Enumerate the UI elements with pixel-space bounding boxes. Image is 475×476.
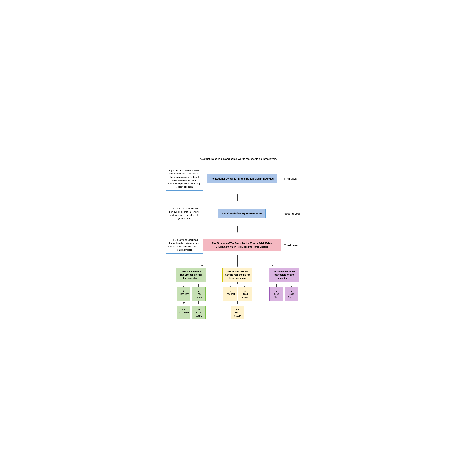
svg-marker-11 <box>237 265 238 267</box>
svg-marker-0 <box>237 194 238 196</box>
yellow-sub2: -2- Blood draws <box>238 287 252 301</box>
yellow-sub3-wrapper: -3- Blood Supply <box>230 306 244 319</box>
svg-marker-27 <box>229 286 231 287</box>
svg-marker-5 <box>237 231 238 233</box>
level2-row: It includes the central blood banks, blo… <box>166 202 309 225</box>
svg-marker-13 <box>272 265 274 267</box>
arrow-l1-l2 <box>236 194 239 202</box>
level1-center: The National Center for Blood Transfusio… <box>203 174 281 183</box>
svg-marker-9 <box>201 265 203 267</box>
svg-marker-23 <box>198 303 199 304</box>
level3-row: It includes the central blood banks, blo… <box>166 233 309 255</box>
yellow-sub-connector <box>223 282 252 287</box>
yellow-sub1: -1- Blood Test <box>223 287 237 301</box>
yellow-sub-boxes-row1: -1- Blood Test -2- Blood draws <box>223 287 252 301</box>
entities-row: Tikrit Central Blood Bank responsible fo… <box>166 268 309 319</box>
purple-sub-connector <box>269 282 298 287</box>
green-sub3: -3- Production <box>177 306 191 319</box>
level1-box: The National Center for Blood Transfusio… <box>207 174 277 183</box>
arrow-l2-l3 <box>236 225 239 233</box>
purple-sub-boxes: -1- Blood Store -2- Blood Supply <box>269 287 298 301</box>
level3-label: Third Level <box>281 243 309 247</box>
green-sub-boxes-row1: -1- Blood Test -2- Blood draws <box>177 287 206 301</box>
entity-green-col: Tikrit Central Blood Bank responsible fo… <box>169 268 213 319</box>
green-sub-boxes-row2: -3- Production -4- Blood Supply <box>177 306 206 319</box>
svg-marker-31 <box>237 303 238 304</box>
bracket-connector <box>166 255 309 268</box>
purple-sub2: -2- Blood Supply <box>284 287 298 301</box>
green-sub-connector <box>177 282 206 287</box>
level1-label: First Level <box>281 177 309 180</box>
entity-yellow-col: The Blood Donation Centers responsible f… <box>216 268 259 319</box>
level2-desc: It includes the central blood banks, blo… <box>166 205 203 222</box>
green-sub2-connector <box>177 301 206 306</box>
green-sub4: -4- Blood Supply <box>192 306 206 319</box>
svg-marker-17 <box>183 286 185 287</box>
level3-box: The Structure of The Blood Banks Work In… <box>203 239 281 251</box>
entity-purple-title: The Sub-Blood Banks responsible for two … <box>269 268 299 282</box>
green-sub1: -1- Blood Test <box>177 287 191 301</box>
entity-purple-col: The Sub-Blood Banks responsible for two … <box>262 268 306 301</box>
level2-label: Second Level <box>281 212 309 215</box>
svg-marker-37 <box>290 286 292 287</box>
bracket-svg <box>183 255 292 268</box>
yellow-sub2-connector <box>223 301 252 306</box>
green-sub2: -2- Blood draws <box>192 287 206 301</box>
svg-marker-3 <box>237 226 238 227</box>
svg-marker-29 <box>244 286 246 287</box>
svg-marker-35 <box>276 286 277 287</box>
svg-marker-21 <box>183 303 185 304</box>
entity-yellow-title: The Blood Donation Centers responsible f… <box>222 268 252 282</box>
level1-desc: Represents the administration of blood t… <box>166 167 203 191</box>
entity-green-title: Tikrit Central Blood Bank responsible fo… <box>176 268 206 282</box>
level2-box: Blood Banks in Iraqi Governorates <box>218 209 265 218</box>
yellow-sub3: -3- Blood Supply <box>230 306 244 319</box>
level3-center: The Structure of The Blood Banks Work In… <box>203 239 281 251</box>
svg-marker-2 <box>237 199 238 201</box>
level1-row: Represents the administration of blood t… <box>166 164 309 194</box>
main-title: The structure of Iraqi blood banks works… <box>166 157 309 160</box>
level3-desc: It includes the central blood banks, blo… <box>166 237 203 254</box>
purple-sub1: -1- Blood Store <box>269 287 283 301</box>
svg-marker-19 <box>198 286 199 287</box>
diagram-container: The structure of Iraqi blood banks works… <box>162 153 313 323</box>
level2-center: Blood Banks in Iraqi Governorates <box>203 209 281 218</box>
